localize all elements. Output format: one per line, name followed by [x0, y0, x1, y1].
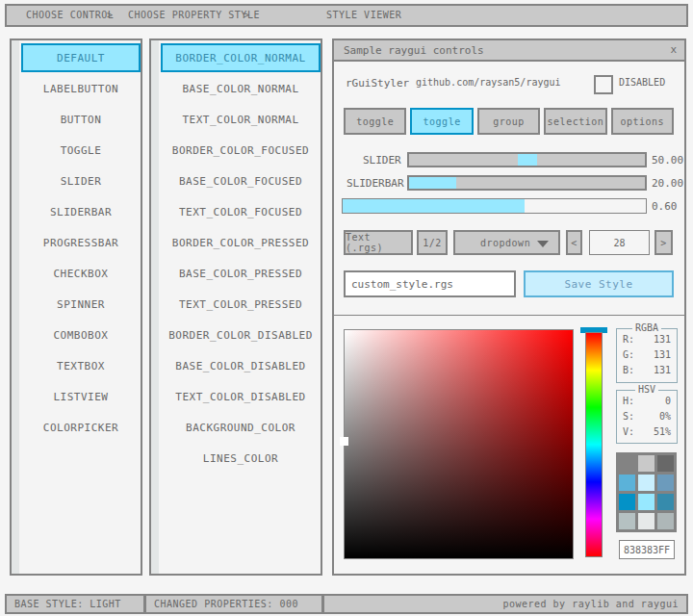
- chevron-down-icon: [537, 241, 549, 247]
- hsv-rows: H:0S:0%V:51%: [617, 396, 677, 437]
- list-item-colorpicker[interactable]: COLORPICKER: [21, 413, 141, 442]
- half-button[interactable]: 1/2: [417, 230, 448, 255]
- list-item-base_color_focused[interactable]: BASE_COLOR_FOCUSED: [161, 167, 321, 195]
- hue-bar[interactable]: [585, 332, 603, 557]
- filename-input[interactable]: [344, 270, 516, 297]
- progressbar-track: [342, 198, 647, 214]
- list-item-base_color_pressed[interactable]: BASE_COLOR_PRESSED: [161, 259, 321, 288]
- color-swatch[interactable]: [619, 494, 635, 510]
- list-item-textbox[interactable]: TEXTBOX: [21, 351, 141, 380]
- toggle-button-4[interactable]: options: [611, 108, 674, 135]
- properties-scrollbar[interactable]: [151, 40, 159, 574]
- list-item-labelbutton[interactable]: LABELBUTTON: [21, 74, 141, 103]
- list-item-lines_color[interactable]: LINES_COLOR: [161, 444, 321, 473]
- list-item-base_color_disabled[interactable]: BASE_COLOR_DISABLED: [161, 351, 321, 380]
- sample-controls-window: Sample raygui controls x rGuiStyler gith…: [332, 38, 686, 576]
- disabled-checkbox-label: DISABLED: [619, 77, 665, 88]
- color-swatch[interactable]: [638, 494, 654, 510]
- spinner-next-button[interactable]: >: [654, 230, 673, 255]
- list-item-progressbar[interactable]: PROGRESSBAR: [21, 228, 141, 257]
- list-item-text_color_focused[interactable]: TEXT_COLOR_FOCUSED: [161, 197, 321, 226]
- list-item-text_color_pressed[interactable]: TEXT_COLOR_PRESSED: [161, 290, 321, 319]
- color-swatch[interactable]: [619, 513, 635, 529]
- color-swatch[interactable]: [638, 455, 654, 472]
- color-swatch[interactable]: [657, 475, 674, 491]
- list-item-border_color_pressed[interactable]: BORDER_COLOR_PRESSED: [161, 228, 321, 257]
- rgba-title: RGBA: [632, 322, 661, 333]
- spinner-value[interactable]: 28: [589, 230, 650, 255]
- list-item-sliderbar[interactable]: SLIDERBAR: [21, 197, 141, 226]
- top-step-bar: CHOOSE CONTROL > CHOOSE PROPERTY STYLE >…: [5, 4, 688, 27]
- save-style-button[interactable]: Save Style: [524, 270, 674, 297]
- list-item-text_color_disabled[interactable]: TEXT_COLOR_DISABLED: [161, 382, 321, 411]
- controls-scrollbar[interactable]: [12, 40, 19, 574]
- list-item-checkbox[interactable]: CHECKBOX: [21, 259, 141, 288]
- properties-list-panel: BORDER_COLOR_NORMALBASE_COLOR_NORMALTEXT…: [149, 38, 322, 576]
- value-row: H:0: [617, 396, 677, 406]
- list-item-button[interactable]: BUTTON: [21, 105, 141, 134]
- section-divider: [334, 315, 684, 316]
- toggle-button-3[interactable]: selection: [544, 108, 606, 135]
- status-base-style: BASE STYLE: LIGHT: [5, 594, 145, 614]
- color-swatch[interactable]: [619, 475, 635, 491]
- toggle-button-1[interactable]: toggle: [410, 108, 473, 135]
- rguistyler-app: CHOOSE CONTROL > CHOOSE PROPERTY STYLE >…: [0, 0, 693, 616]
- rgba-rows: R:131G:131B:131: [617, 334, 677, 375]
- window-title: Sample raygui controls: [344, 44, 484, 57]
- value-row: V:51%: [617, 426, 677, 437]
- swatch-grid: [616, 452, 677, 532]
- controls-list: DEFAULTLABELBUTTONBUTTONTOGGLESLIDERSLID…: [21, 43, 141, 444]
- disabled-checkbox[interactable]: [594, 75, 613, 94]
- text-rgs-button[interactable]: Text (.rgs): [344, 230, 413, 255]
- slider-handle[interactable]: [518, 154, 537, 166]
- color-swatch[interactable]: [619, 455, 635, 472]
- list-item-combobox[interactable]: COMBOBOX: [21, 321, 141, 349]
- hex-value-box[interactable]: 838383FF: [619, 540, 675, 559]
- list-item-border_color_normal[interactable]: BORDER_COLOR_NORMAL: [161, 43, 321, 72]
- color-swatch[interactable]: [657, 513, 674, 529]
- list-item-background_color[interactable]: BACKGROUND_COLOR: [161, 413, 321, 442]
- hsv-title: HSV: [635, 384, 658, 395]
- properties-list: BORDER_COLOR_NORMALBASE_COLOR_NORMALTEXT…: [161, 43, 321, 475]
- value-row: S:0%: [617, 411, 677, 422]
- list-item-toggle[interactable]: TOGGLE: [21, 136, 141, 165]
- toggle-button-0[interactable]: toggle: [344, 108, 406, 135]
- rgba-groupbox: RGBA R:131G:131B:131: [616, 328, 678, 383]
- value-row: R:131: [617, 334, 677, 345]
- slider-track[interactable]: [407, 152, 647, 167]
- sliderbar-track[interactable]: [407, 175, 647, 191]
- status-powered-by: powered by raylib and raygui: [322, 594, 688, 614]
- list-item-spinner[interactable]: SPINNER: [21, 290, 141, 319]
- list-item-border_color_focused[interactable]: BORDER_COLOR_FOCUSED: [161, 136, 321, 165]
- color-picker-area[interactable]: [344, 329, 574, 559]
- sliderbar-fill: [409, 177, 456, 189]
- list-item-border_color_disabled[interactable]: BORDER_COLOR_DISABLED: [161, 321, 321, 349]
- window-titlebar[interactable]: Sample raygui controls x: [334, 40, 684, 62]
- arrow-icon: >: [244, 10, 250, 20]
- list-item-slider[interactable]: SLIDER: [21, 167, 141, 195]
- list-item-base_color_normal[interactable]: BASE_COLOR_NORMAL: [161, 74, 321, 103]
- list-item-listview[interactable]: LISTVIEW: [21, 382, 141, 411]
- dropdown-box[interactable]: dropdown: [453, 230, 560, 255]
- progressbar-fill: [343, 199, 525, 213]
- sliderbar-label: SLIDERBAR: [346, 177, 404, 190]
- progressbar-value: 0.60: [652, 200, 678, 213]
- toggle-button-2[interactable]: group: [477, 108, 540, 135]
- arrow-icon: >: [107, 10, 114, 20]
- toggle-group: toggletogglegroupselectionoptions: [344, 108, 674, 135]
- list-item-text_color_normal[interactable]: TEXT_COLOR_NORMAL: [161, 105, 321, 134]
- color-swatch[interactable]: [657, 455, 674, 472]
- sv-cursor[interactable]: [340, 437, 348, 446]
- color-swatch[interactable]: [657, 494, 674, 510]
- step-choose-control: CHOOSE CONTROL: [26, 10, 114, 20]
- dropdown-label: dropdown: [480, 238, 530, 248]
- status-changed-properties: CHANGED PROPERTIES: 000: [144, 594, 323, 614]
- spinner-prev-button[interactable]: <: [566, 230, 582, 255]
- close-icon[interactable]: x: [670, 43, 677, 56]
- color-swatch[interactable]: [638, 475, 654, 491]
- repo-link[interactable]: github.com/raysan5/raygui: [416, 77, 561, 88]
- list-item-default[interactable]: DEFAULT: [21, 43, 141, 72]
- app-name-label: rGuiStyler: [346, 77, 409, 90]
- color-swatch[interactable]: [638, 513, 654, 529]
- value-row: G:131: [617, 349, 677, 360]
